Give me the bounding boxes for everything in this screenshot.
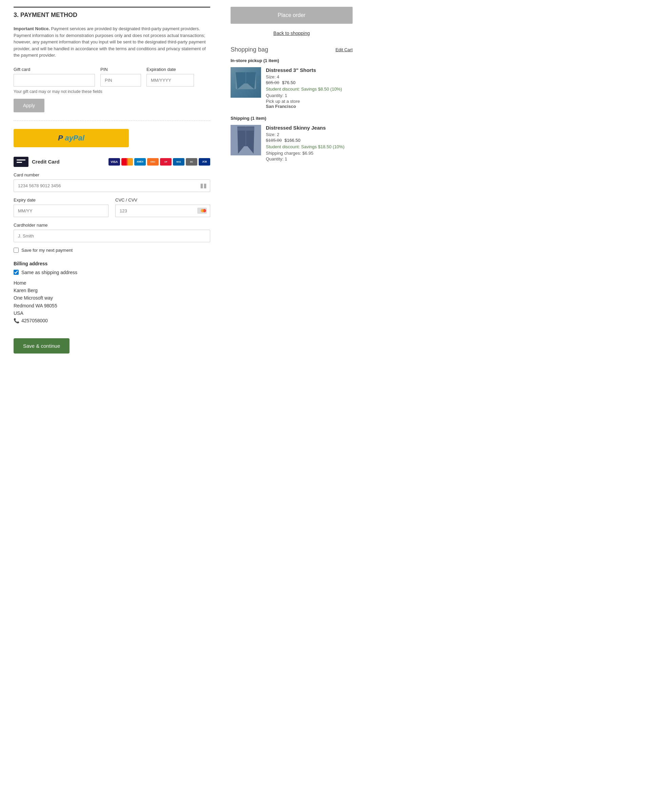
expiry-input[interactable] (14, 205, 109, 217)
pin-input[interactable] (100, 74, 141, 87)
shorts-quantity: Quantity: 1 (266, 93, 353, 98)
shorts-pickup-label: Pick up at a store (266, 99, 300, 104)
cvc-input[interactable] (115, 205, 210, 217)
shopping-bag-title: Shopping bag (230, 46, 268, 53)
back-to-shopping-link[interactable]: Back to shopping (273, 30, 310, 36)
gift-card-label: Gift card (14, 67, 95, 72)
discover-logo: DISC (147, 158, 159, 165)
visa-logo: VISA (109, 158, 120, 165)
jeans-shipping-label: Shipping charges: (266, 151, 301, 156)
save-payment-checkbox[interactable] (14, 248, 19, 253)
paypal-pal: ayPal (65, 134, 85, 143)
cardholder-wrap (14, 230, 210, 242)
jeans-shipping-value: $6.95 (302, 151, 314, 156)
billing-section: Billing address Same as shipping address… (14, 261, 210, 325)
apply-button[interactable]: Apply (14, 99, 45, 112)
card-line-long (17, 159, 26, 160)
notice-box: Important Notice. Payment services are p… (14, 26, 210, 59)
pin-label: PIN (100, 67, 141, 72)
gift-card-number-group: Gift card (14, 67, 95, 87)
notice-text: Important Notice. Payment services are p… (14, 26, 210, 59)
shorts-details: Distressed 3" Shorts Size: 4 $85.00 $76.… (266, 67, 353, 109)
same-address-checkbox[interactable] (14, 270, 19, 275)
phone-icon: 📞 (14, 317, 19, 324)
shorts-discount: Student discount: Savings $8.50 (10%) (266, 87, 353, 91)
shorts-size-value: 4 (277, 74, 279, 79)
cvc-group: CVC / CVV (115, 197, 210, 217)
left-panel: 3. PAYMENT METHOD Important Notice. Paym… (14, 7, 210, 354)
expiration-input[interactable] (146, 74, 194, 87)
card-line-short (17, 162, 22, 163)
bag-item-shorts: Distressed 3" Shorts Size: 4 $85.00 $76.… (230, 67, 353, 109)
address-city-state-zip: Redmond WA 98055 (14, 302, 210, 309)
shorts-qty-value: 1 (285, 93, 287, 98)
cvc-label: CVC / CVV (115, 197, 210, 202)
cardholder-input[interactable] (14, 230, 210, 242)
shorts-price-row: $85.00 $76.50 (266, 80, 353, 85)
card-number-input[interactable] (14, 180, 210, 192)
jeans-quantity: Quantity: 1 (266, 156, 353, 162)
expiration-label: Expiration date (146, 67, 194, 72)
phone-row: 📞 4257058000 (14, 317, 210, 324)
card-number-wrap: ▮▮ (14, 180, 210, 192)
shorts-size-label: Size: (266, 74, 276, 79)
maestro-logo: MAE (173, 158, 184, 165)
shorts-pickup-store: Pick up at a store San Francisco (266, 99, 353, 109)
pickup-label: In-store pickup (1 item) (230, 58, 353, 63)
dinersclub-logo: DC (186, 158, 197, 165)
place-order-button[interactable]: Place order (230, 7, 353, 24)
back-to-shopping: Back to shopping (230, 30, 353, 36)
jeans-image (230, 125, 261, 156)
cardholder-group: Cardholder name (14, 223, 210, 242)
expiry-cvc-row: Expiry date CVC / CVV (14, 197, 210, 223)
jeans-name: Distressed Skinny Jeans (266, 125, 353, 131)
shipping-label: Shipping (1 item) (230, 116, 353, 121)
edit-cart-link[interactable]: Edit Cart (335, 47, 353, 52)
same-address-label: Same as shipping address (21, 270, 77, 275)
address-block: Home Karen Berg One Microsoft way Redmon… (14, 279, 210, 325)
shorts-name: Distressed 3" Shorts (266, 67, 353, 73)
svg-rect-6 (237, 127, 254, 131)
card-icon-lines (17, 159, 26, 164)
jeans-shipping-charge: Shipping charges: $6.95 (266, 151, 353, 156)
paypal-p: P (58, 134, 63, 143)
address-type: Home (14, 279, 210, 287)
credit-card-header: Credit Card VISA AMEX DISC UP MAE DC JCB (14, 157, 210, 167)
cvc-wrap (115, 205, 210, 217)
notice-bold: Important Notice. (14, 26, 50, 31)
jeans-qty-value: 1 (285, 156, 287, 162)
gift-card-section: Gift card PIN Expiration date Your gift … (14, 67, 210, 112)
card-logos: VISA AMEX DISC UP MAE DC JCB (109, 158, 210, 165)
shorts-store-name: San Francisco (266, 104, 296, 109)
credit-card-icon-box (14, 157, 29, 167)
shorts-price-sale: $76.50 (282, 80, 296, 85)
cvc-card-visual (197, 208, 207, 214)
jeans-price-sale: $166.50 (285, 138, 301, 143)
phone-number: 4257058000 (21, 317, 48, 324)
gift-card-input[interactable] (14, 74, 95, 87)
card-number-label: Card number (14, 172, 210, 178)
divider-1 (14, 120, 210, 121)
save-payment-label: Save for my next payment (21, 248, 72, 253)
jeans-size: Size: 2 (266, 132, 353, 137)
jeans-discount: Student discount: Savings $18.50 (10%) (266, 144, 353, 149)
bag-item-jeans: Distressed Skinny Jeans Size: 2 $185.00 … (230, 125, 353, 162)
page-container: 3. PAYMENT METHOD Important Notice. Paym… (0, 0, 672, 360)
gift-card-hint: Your gift card may or may not include th… (14, 89, 210, 94)
paypal-button[interactable]: PayPal (14, 129, 129, 147)
expiry-label: Expiry date (14, 197, 109, 202)
shorts-price-original: $85.00 (266, 80, 279, 85)
address-street: One Microsoft way (14, 294, 210, 301)
jeans-size-value: 2 (277, 132, 279, 137)
section-title: 3. PAYMENT METHOD (14, 7, 210, 19)
shorts-placeholder (230, 67, 261, 98)
save-continue-button[interactable]: Save & continue (14, 338, 69, 354)
jeans-size-label: Size: (266, 132, 276, 137)
right-panel: Place order Back to shopping Shopping ba… (230, 7, 353, 354)
card-number-group: Card number ▮▮ (14, 172, 210, 192)
cardholder-label: Cardholder name (14, 223, 210, 228)
shorts-image (230, 67, 261, 98)
jeans-qty-label: Quantity: (266, 156, 283, 162)
cvc-icon (197, 208, 207, 214)
expiration-group: Expiration date (146, 67, 194, 87)
